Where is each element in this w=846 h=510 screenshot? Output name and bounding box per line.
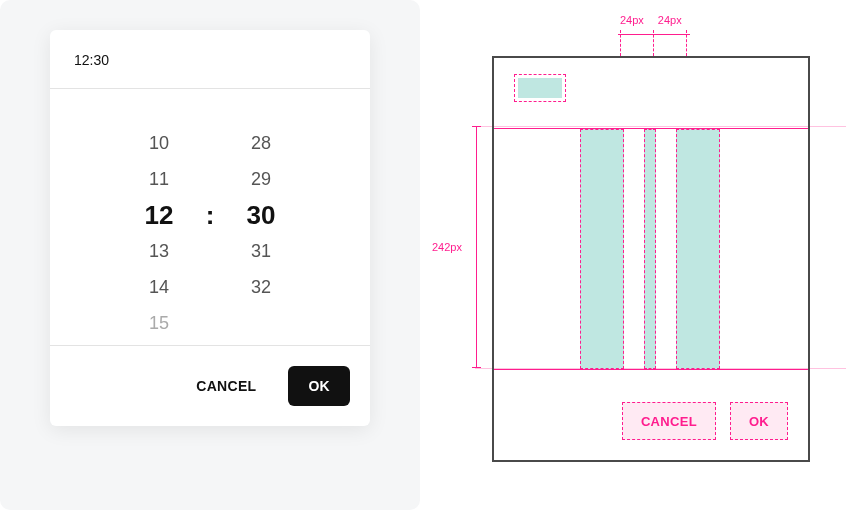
minute-cell: 31: [239, 241, 283, 262]
hour-cell: 15: [137, 313, 181, 334]
hour-cell: 10: [137, 133, 181, 154]
spec-picker-zone: [494, 128, 808, 370]
wheel-picker[interactable]: 10 28 11 29 12 : 30 13 31: [50, 88, 370, 346]
hour-column-placeholder: [580, 129, 624, 369]
dialog-actions: CANCEL OK: [50, 346, 370, 410]
picker-row[interactable]: 15: [50, 305, 370, 341]
hour-cell: 11: [137, 169, 181, 190]
spec-actions: CANCEL OK: [494, 384, 808, 460]
picker-height-label: 242px: [432, 241, 462, 253]
dialog-title: 12:30: [50, 30, 370, 88]
picker-row[interactable]: 10 28: [50, 125, 370, 161]
dim-top-labels: 24px 24px: [620, 14, 682, 26]
spec-frame: CANCEL OK: [492, 56, 810, 462]
minute-cell: 30: [239, 200, 283, 231]
colon-column-placeholder: [644, 129, 656, 369]
minute-cell: 32: [239, 277, 283, 298]
dim-top-guides: [620, 30, 686, 56]
picker-row-selected[interactable]: 12 : 30: [50, 197, 370, 233]
hour-cell: 14: [137, 277, 181, 298]
spec-ok-button: OK: [730, 402, 788, 440]
picker-row[interactable]: [50, 89, 370, 125]
header-placeholder: [514, 74, 566, 102]
example-panel: 12:30 10 28 11 29 1: [0, 0, 420, 510]
minute-cell: 28: [239, 133, 283, 154]
time-colon: :: [205, 200, 215, 231]
picker-row[interactable]: 14 32: [50, 269, 370, 305]
hour-cell: 12: [137, 200, 181, 231]
picker-row[interactable]: 13 31: [50, 233, 370, 269]
time-picker-dialog: 12:30 10 28 11 29 1: [50, 30, 370, 426]
minute-cell: 29: [239, 169, 283, 190]
cancel-button[interactable]: CANCEL: [176, 366, 276, 406]
picker-row[interactable]: 11 29: [50, 161, 370, 197]
gap-label-left: 24px: [620, 14, 644, 26]
spec-panel: 24px 24px 242px CANCEL OK: [420, 0, 846, 510]
spec-cancel-button: CANCEL: [622, 402, 716, 440]
minute-column-placeholder: [676, 129, 720, 369]
hour-cell: 13: [137, 241, 181, 262]
gap-label-right: 24px: [658, 14, 682, 26]
ok-button[interactable]: OK: [288, 366, 350, 406]
